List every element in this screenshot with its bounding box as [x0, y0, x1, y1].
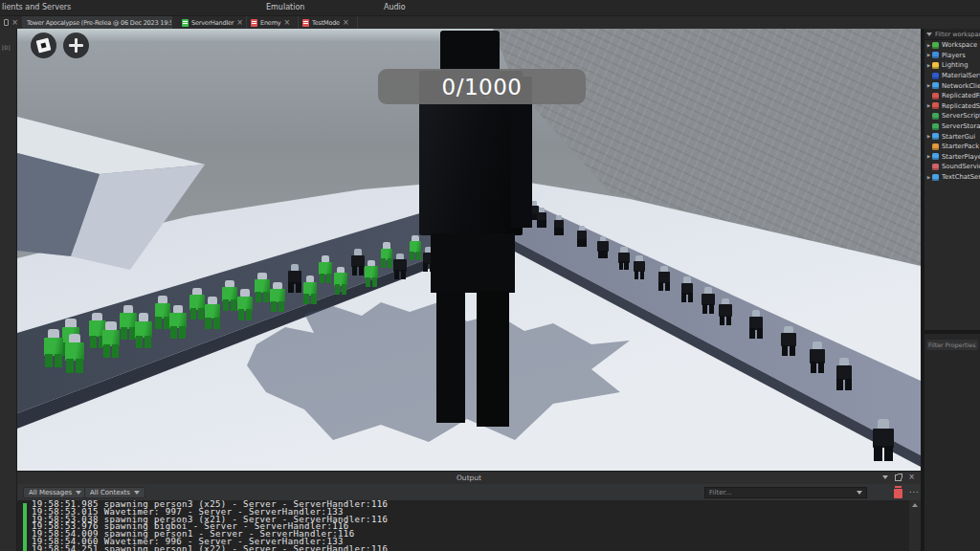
- instance-icon: [932, 42, 939, 49]
- messages-filter-dropdown[interactable]: All Messages: [23, 487, 87, 498]
- expand-arrow-icon[interactable]: ▶: [925, 154, 932, 159]
- enemy-figure-zombie[interactable]: [333, 267, 347, 295]
- enemy-figure-zombie[interactable]: [222, 280, 238, 311]
- enemy-figure-dark[interactable]: [634, 255, 646, 279]
- tab-enemy[interactable]: Enemy ×: [247, 16, 299, 29]
- enemy-figure-dark[interactable]: [657, 266, 671, 291]
- output-scrollbar[interactable]: [909, 500, 921, 551]
- explorer-tree-item[interactable]: ▶ Lighting: [924, 60, 980, 71]
- explorer-tree-item[interactable]: ▶ NetworkClient: [924, 80, 980, 91]
- explorer-tree-item[interactable]: ▶ MaterialService: [924, 71, 980, 81]
- output-filter-input[interactable]: Filter...: [704, 487, 867, 498]
- explorer-tree-item[interactable]: ▶ ReplicatedStorage: [924, 101, 980, 112]
- enemy-figure-dark[interactable]: [537, 208, 547, 228]
- explorer-tree-item[interactable]: ▶ TextChatService: [924, 172, 980, 183]
- explorer-tree-item[interactable]: ▶ ServerScriptService: [924, 111, 980, 121]
- explorer-tree-item[interactable]: ▶ StarterPack: [924, 142, 980, 152]
- enemy-figure-dark[interactable]: [835, 358, 853, 390]
- tab-serverhandler[interactable]: ServerHandler ×: [178, 16, 247, 29]
- more-options-button[interactable]: ...: [909, 486, 920, 495]
- enemy-figure-zombie[interactable]: [169, 305, 188, 339]
- enemy-figure-dark[interactable]: [393, 253, 407, 279]
- enemy-figure-zombie[interactable]: [365, 260, 379, 287]
- enemy-figure-dark[interactable]: [576, 226, 588, 247]
- instance-icon: [932, 73, 939, 79]
- menu-audio[interactable]: Audio: [384, 3, 406, 11]
- enemy-figure-zombie[interactable]: [255, 273, 270, 302]
- menu-emulation[interactable]: Emulation: [266, 3, 304, 11]
- enemy-figure-zombie[interactable]: [44, 329, 64, 367]
- explorer-tree-item[interactable]: ▶ StarterGui: [924, 131, 980, 142]
- close-icon[interactable]: ×: [343, 19, 349, 27]
- popout-icon[interactable]: [895, 474, 902, 481]
- expand-arrow-icon[interactable]: ▶: [925, 53, 932, 57]
- instance-icon: [932, 113, 939, 120]
- tab-tool[interactable]: ×: [0, 16, 23, 29]
- instance-label: StarterPack: [942, 143, 979, 150]
- enemy-figure-zombie[interactable]: [380, 242, 393, 268]
- expand-arrow-icon[interactable]: ▶: [925, 103, 932, 108]
- menu-clients-and-servers[interactable]: lients and Servers: [2, 3, 71, 11]
- instance-icon: [932, 133, 939, 140]
- enemy-figure-zombie[interactable]: [101, 321, 121, 358]
- enemy-figure-dark[interactable]: [702, 287, 716, 314]
- explorer-tree-item[interactable]: ▶ Workspace: [924, 40, 980, 51]
- left-dock-strip: [0]: [0, 29, 17, 551]
- expand-arrow-icon[interactable]: ▶: [925, 63, 932, 68]
- instance-label: ReplicatedStorage: [942, 102, 980, 110]
- contexts-filter-label: All Contexts: [90, 489, 130, 496]
- enemy-figure-zombie[interactable]: [270, 282, 286, 313]
- close-icon[interactable]: ×: [908, 474, 915, 481]
- expand-arrow-icon[interactable]: ▶: [925, 43, 932, 48]
- enemy-figure-zombie[interactable]: [236, 289, 253, 320]
- instance-icon: [932, 153, 939, 160]
- enemy-figure-zombie[interactable]: [64, 334, 85, 373]
- instance-icon: [932, 164, 939, 170]
- enemy-figure-dark[interactable]: [680, 276, 694, 302]
- enemy-figure-dark[interactable]: [351, 249, 366, 276]
- clear-output-button[interactable]: [894, 489, 902, 498]
- explorer-tree-item[interactable]: ▶ StarterPlayer: [924, 152, 980, 163]
- enemy-figure-zombie[interactable]: [134, 313, 152, 348]
- enemy-figure-dark[interactable]: [781, 326, 796, 356]
- properties-filter-input[interactable]: Filter Properties (C: [926, 340, 978, 350]
- expand-arrow-icon[interactable]: ▶: [925, 175, 932, 180]
- enemy-figure-dark[interactable]: [618, 247, 631, 270]
- instance-icon: [932, 93, 939, 99]
- chevron-down-icon[interactable]: [882, 475, 888, 479]
- enemy-figure-dark[interactable]: [873, 419, 895, 461]
- enemy-figure-dark[interactable]: [809, 342, 825, 373]
- scroll-up-icon[interactable]: [912, 503, 918, 507]
- explorer-tree-item[interactable]: ▶ ReplicatedFirst: [924, 91, 980, 101]
- explorer-filter-input[interactable]: Filter workspace: [924, 29, 980, 40]
- instance-label: ReplicatedFirst: [942, 92, 980, 99]
- game-viewport[interactable]: 0/1000: [17, 29, 921, 471]
- explorer-tree-item[interactable]: ▶ SoundService: [924, 162, 980, 172]
- enemy-figure-zombie[interactable]: [302, 276, 318, 304]
- roblox-logo-icon[interactable]: [31, 33, 56, 58]
- explorer-tree-item[interactable]: ▶ Players: [924, 51, 980, 61]
- enemy-figure-zombie[interactable]: [318, 255, 332, 283]
- enemy-figure-dark[interactable]: [553, 215, 564, 235]
- output-log[interactable]: 19:58:51.985 spawning person3 (x25) - Se…: [17, 500, 921, 551]
- enemy-figure-zombie[interactable]: [204, 297, 221, 329]
- tab-label: Tower Apocalypse (Pre-Relea @ 06 Dec 202…: [27, 19, 172, 27]
- enemy-figure-dark[interactable]: [287, 264, 302, 293]
- contexts-filter-dropdown[interactable]: All Contexts: [84, 487, 145, 498]
- log-line[interactable]: 19:58:54.251 spawning person1 (x22) - Se…: [32, 546, 907, 551]
- close-icon[interactable]: ×: [236, 19, 243, 27]
- output-header[interactable]: Output ×: [17, 472, 921, 484]
- enemy-figure-dark[interactable]: [719, 298, 733, 326]
- boss-hip: [431, 233, 515, 293]
- enemy-figure-dark[interactable]: [597, 236, 609, 258]
- close-icon[interactable]: ×: [11, 19, 18, 27]
- pan-tool-icon[interactable]: [63, 33, 89, 58]
- explorer-tree-item[interactable]: ▶ ServerStorage: [924, 121, 980, 132]
- close-icon[interactable]: ×: [283, 19, 290, 27]
- expand-arrow-icon[interactable]: ▶: [925, 134, 932, 139]
- tab-game-view[interactable]: Tower Apocalypse (Pre-Relea @ 06 Dec 202…: [23, 16, 172, 29]
- expand-arrow-icon[interactable]: ▶: [925, 83, 932, 88]
- roblox-studio-window: lients and Servers Emulation Audio × Tow…: [0, 0, 980, 551]
- tab-testmode[interactable]: TestMode ×: [299, 16, 358, 29]
- enemy-figure-dark[interactable]: [748, 310, 764, 339]
